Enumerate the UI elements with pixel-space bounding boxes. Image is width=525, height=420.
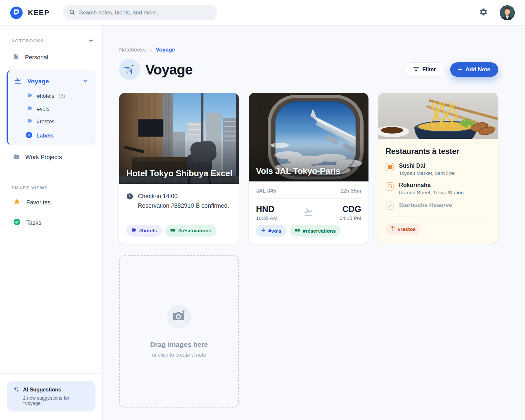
utensils-icon xyxy=(390,226,395,233)
checkbox-done-icon[interactable] xyxy=(386,201,394,210)
ai-suggestions-subtitle: 2 new suggestions for "Voyage" xyxy=(23,395,90,406)
chip-label: #hôtels xyxy=(139,228,157,234)
notebook-icon xyxy=(13,53,19,61)
airplane-window-photo: Vols JAL Tokyo-Paris xyxy=(249,93,368,181)
flight-code: JAL 045 xyxy=(256,188,276,194)
checklist-item[interactable]: Rokurinsha Ramen Street, Tokyo Station xyxy=(386,182,491,196)
chip-hotels[interactable]: #hôtels xyxy=(126,225,162,237)
ai-suggestions-card[interactable]: AI Suggestions 2 new suggestions for "Vo… xyxy=(7,381,95,411)
camera-plus-icon xyxy=(173,310,185,323)
ai-suggestions-title: AI Suggestions xyxy=(23,387,61,393)
checklist-item[interactable]: Sushi Dai Toyosu Market, 5am line! xyxy=(386,162,491,176)
search-icon xyxy=(69,9,75,17)
ramen-photo xyxy=(378,93,498,139)
chip-label: #vols xyxy=(268,228,282,234)
tag-label: #vols xyxy=(37,106,50,112)
smart-views-header: SMART VIEWS xyxy=(11,185,48,190)
user-avatar[interactable] xyxy=(500,5,515,20)
gear-icon[interactable] xyxy=(479,8,488,18)
tag-label: #restos xyxy=(37,118,54,125)
checklist-item[interactable]: Starbucks Reserve xyxy=(386,201,491,210)
sparkles-icon xyxy=(13,386,19,394)
note-text-line: Reservation #882910-B confirmed. xyxy=(138,201,229,211)
sidebar-item-label: Personal xyxy=(25,54,48,61)
dropzone-icon-badge xyxy=(167,305,191,328)
notebooks-header: NOTEBOOKS xyxy=(11,38,44,43)
filter-icon xyxy=(413,66,419,73)
sidebar-tag-hotels[interactable]: #hôtels (3) xyxy=(8,90,96,102)
filter-button[interactable]: Filter xyxy=(405,62,445,77)
chip-label: #restos xyxy=(398,226,416,232)
chevron-down-icon[interactable] xyxy=(83,78,88,85)
sidebar: NOTEBOOKS + Personal Voyage xyxy=(0,26,103,420)
checklist-item-name: Rokurinsha xyxy=(399,182,464,189)
chip-restos[interactable]: #restos xyxy=(386,223,421,235)
app-logo[interactable] xyxy=(10,7,23,19)
tag-icon xyxy=(27,105,32,112)
image-dropzone[interactable]: Drag images here or click to create a no… xyxy=(119,255,239,408)
note-card-hotel[interactable]: Hotel Tokyo Shibuya Excel Check-in 14:00… xyxy=(119,93,239,244)
tag-label: #hôtels xyxy=(37,93,54,99)
note-card-restaurants[interactable]: Restaurants à tester Sushi Dai Toyosu Ma… xyxy=(378,93,498,244)
tag-count: (3) xyxy=(58,93,65,99)
note-text-line: Check-in 14:00. xyxy=(138,192,229,201)
chip-reservations[interactable]: #réservations xyxy=(290,225,341,237)
breadcrumb-voyage: Voyage xyxy=(156,47,175,53)
sidebar-item-voyage[interactable]: Voyage xyxy=(8,73,96,90)
tag-icon xyxy=(27,118,32,125)
flight-duration: 12h 35m xyxy=(340,188,361,194)
add-notebook-button[interactable]: + xyxy=(89,37,93,44)
checkbox-checked-icon[interactable] xyxy=(386,163,394,171)
sidebar-item-label: Tasks xyxy=(26,220,41,226)
sidebar-item-personal[interactable]: Personal xyxy=(0,48,102,67)
app-name: KEEP xyxy=(28,9,50,17)
arrival-time: 04:15 PM xyxy=(340,215,361,221)
sidebar-tag-restos[interactable]: #restos xyxy=(8,115,96,128)
check-circle-icon xyxy=(13,218,21,227)
sidebar-item-tasks[interactable]: Tasks xyxy=(0,213,102,233)
hotel-photo: Hotel Tokyo Shibuya Excel xyxy=(119,93,239,184)
page-title: Voyage xyxy=(145,62,193,78)
star-icon xyxy=(13,198,21,207)
checklist-item-note: Toyosu Market, 5am line! xyxy=(399,170,455,176)
add-note-button[interactable]: + Add Note xyxy=(450,62,498,77)
add-labels-button[interactable]: Labels xyxy=(8,128,96,141)
breadcrumb-separator-icon: › xyxy=(150,46,152,53)
note-title: Hotel Tokyo Shibuya Excel xyxy=(126,168,232,178)
plane-icon xyxy=(261,228,266,234)
sidebar-item-label: Voyage xyxy=(27,78,49,85)
search-bar[interactable] xyxy=(63,5,217,20)
note-icon xyxy=(13,9,20,17)
clock-icon xyxy=(126,193,133,211)
add-note-label: Add Note xyxy=(465,66,490,73)
sidebar-item-work-projects[interactable]: Work Projects xyxy=(0,148,102,167)
chip-vols[interactable]: #vols xyxy=(256,225,286,237)
sidebar-group-voyage: Voyage #hôtels (3) #vols xyxy=(7,70,96,145)
breadcrumb-notebooks[interactable]: Notebooks xyxy=(119,47,146,53)
breadcrumb: Notebooks › Voyage xyxy=(119,46,498,53)
sidebar-tag-vols[interactable]: #vols xyxy=(8,102,96,115)
dropzone-subtitle: or click to create a note xyxy=(152,352,206,358)
sidebar-item-favorites[interactable]: Favorites xyxy=(0,192,102,213)
note-card-flight[interactable]: Vols JAL Tokyo-Paris JAL 045 12h 35m HND… xyxy=(249,93,368,244)
chip-label: #réservations xyxy=(178,228,211,234)
main-content: Notebooks › Voyage xyxy=(103,26,525,420)
tag-icon xyxy=(131,227,136,234)
ticket-icon xyxy=(170,228,176,234)
labels-label: Labels xyxy=(36,133,53,139)
tag-icon xyxy=(27,93,32,99)
airplane-icon xyxy=(123,62,136,77)
checkbox-unchecked-icon[interactable] xyxy=(386,182,394,191)
checklist-item-name: Sushi Dai xyxy=(399,162,455,169)
chip-reservations[interactable]: #réservations xyxy=(165,225,216,237)
arrival-code: CDG xyxy=(340,204,361,214)
departure-code: HND xyxy=(256,204,278,214)
sidebar-item-label: Work Projects xyxy=(25,154,62,161)
top-bar: KEEP xyxy=(0,0,525,26)
departure-time: 10:35 AM xyxy=(256,215,278,221)
briefcase-icon xyxy=(13,153,20,161)
plus-circle-icon xyxy=(26,132,32,140)
notebook-emoji-badge xyxy=(119,59,140,80)
filter-label: Filter xyxy=(422,66,436,73)
search-input[interactable] xyxy=(79,10,211,16)
